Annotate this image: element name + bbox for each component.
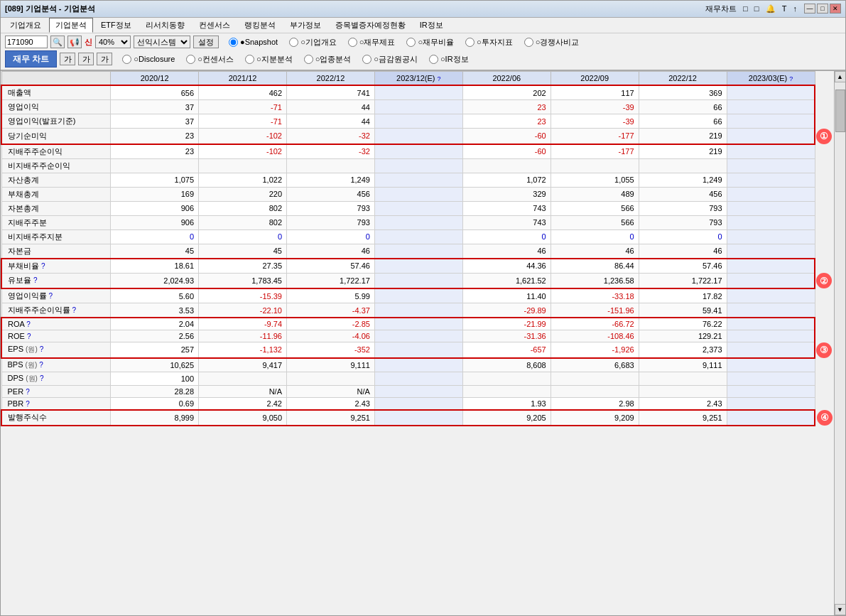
cell-value: 1,621.52 (462, 273, 551, 288)
cell-value (374, 114, 462, 129)
financial-chart-button[interactable]: 재무 차트 (5, 50, 57, 67)
cell-value: -352 (287, 342, 375, 358)
vertical-scrollbar[interactable]: ▲ ▼ (834, 71, 845, 615)
radio-fin-ratio-input[interactable] (406, 38, 416, 47)
cell-value: 462 (199, 85, 287, 100)
table-row: 지배주주순이익률 ?3.53-22.10-4.37-29.89-151.9659… (1, 303, 833, 318)
title-bar-extras: 재무차트 □ □ 🔔 T ↑ (705, 4, 797, 14)
menu-item-research[interactable]: 리서치동향 (139, 18, 191, 33)
cell-value (727, 358, 815, 372)
menu-item-ranking[interactable]: 랭킹분석 (238, 18, 282, 33)
radio-industry-input[interactable] (304, 55, 313, 64)
cell-value (727, 397, 815, 410)
radio-snapshot[interactable]: ●Snapshot (229, 38, 278, 47)
cell-value: -2.85 (287, 318, 375, 330)
table-row: ROA ?2.04-9.74-2.85-21.99-66.7276.22 (1, 318, 833, 330)
table-body: 매출액656462741202117369영업이익37-714423-3966영… (1, 85, 833, 426)
cell-value (727, 129, 815, 144)
radio-financial-input[interactable] (348, 38, 357, 47)
chart-btn3[interactable]: 가 (97, 53, 112, 65)
main-content: 2020/12 2021/12 2022/12 2023/12(E) ? 202… (1, 71, 845, 615)
radio-fss-label: ○금감원공시 (374, 54, 418, 65)
title-bar: [089] 기업분석 - 기업분석 재무차트 □ □ 🔔 T ↑ — □ ✕ (1, 1, 845, 18)
radio-fin-ratio[interactable]: ○재무비율 (406, 37, 454, 48)
radio-equity[interactable]: ○지분분석 (245, 54, 293, 65)
radio-competition[interactable]: ○경쟁사비교 (524, 37, 580, 48)
search-button[interactable]: 🔍 (50, 36, 65, 48)
radio-equity-input[interactable] (245, 55, 254, 64)
cell-value: 1,783.45 (199, 273, 287, 288)
chart-btn1[interactable]: 가 (60, 53, 75, 65)
menu-item-etf[interactable]: ETF정보 (94, 18, 138, 33)
radio-company[interactable]: ○기업개요 (289, 37, 337, 48)
cell-value: -66.72 (551, 318, 639, 330)
minimize-button[interactable]: — (804, 4, 815, 13)
speaker-button[interactable]: 📢 (67, 36, 82, 48)
radio-ir-input[interactable] (429, 55, 438, 64)
table-row: 당기순미익23-102-32-60-177219① (1, 129, 833, 144)
radio-consensus-input[interactable] (186, 55, 195, 64)
cell-value (727, 158, 815, 173)
menu-item-ir[interactable]: IR정보 (413, 18, 450, 33)
row-label: DPS (원) ? (1, 372, 111, 385)
title-bar-buttons: 재무차트 □ □ 🔔 T ↑ — □ ✕ (705, 4, 841, 14)
radio-disclosure[interactable]: ○Disclosure (122, 55, 175, 64)
toolbar-row2: 재무 차트 가 가 가 ○Disclosure ○컨센서스 ○지분분석 (5, 50, 841, 67)
radio-disclosure-input[interactable] (122, 55, 131, 64)
radio-invest-input[interactable] (465, 38, 474, 47)
radio-industry[interactable]: ○업종분석 (304, 54, 352, 65)
radio-fss-input[interactable] (362, 55, 372, 64)
cell-value: 57.46 (639, 259, 727, 274)
cell-value (462, 385, 551, 397)
cell-value: 66 (639, 100, 727, 114)
table-row: 유보율 ?2,024.931,783.451,722.171,621.521,2… (1, 273, 833, 288)
scroll-up-button[interactable]: ▲ (835, 71, 846, 82)
radio-consensus[interactable]: ○컨센서스 (186, 54, 234, 65)
radio-snapshot-input[interactable] (229, 38, 238, 47)
settings-button[interactable]: 설정 (193, 36, 219, 48)
maximize-button[interactable]: □ (817, 4, 828, 13)
cell-value: 129.21 (639, 330, 727, 342)
menu-item-stock-rights[interactable]: 증목별증자예정현황 (329, 18, 412, 33)
header-2021: 2021/12 (199, 72, 287, 86)
radio-ir[interactable]: ○IR정보 (429, 54, 469, 65)
scroll-thumb[interactable] (835, 90, 845, 132)
cell-value: 9,209 (551, 410, 639, 426)
row-label: 자본총계 (1, 201, 111, 215)
cell-value: 9,205 (462, 410, 551, 426)
radio-fss[interactable]: ○금감원공시 (362, 54, 418, 65)
close-button[interactable]: ✕ (830, 4, 841, 13)
radio-competition-input[interactable] (524, 38, 533, 47)
scroll-down-button[interactable]: ▼ (835, 604, 846, 615)
radio-financial[interactable]: ○재무제표 (348, 37, 396, 48)
system-select[interactable]: 선익시스템 (134, 36, 190, 48)
menu-item-consensus[interactable]: 컨센서스 (192, 18, 237, 33)
table-container[interactable]: 2020/12 2021/12 2022/12 2023/12(E) ? 202… (1, 71, 834, 615)
table-row: 부채비율 ?18.6127.3557.4644.3686.4457.46 (1, 259, 833, 274)
radio-company-input[interactable] (289, 38, 298, 47)
table-header-row: 2020/12 2021/12 2022/12 2023/12(E) ? 202… (1, 72, 833, 86)
radio-invest[interactable]: ○투자지표 (465, 37, 513, 48)
cell-value (727, 273, 815, 288)
cell-value (727, 385, 815, 397)
cell-value: 566 (551, 215, 639, 229)
radio-group-row2: ○Disclosure ○컨센서스 ○지분분석 ○업종분석 ○금감원공시 (122, 54, 468, 65)
table-row: 영업이익37-714423-3966 (1, 100, 833, 114)
stock-code-input[interactable] (5, 36, 48, 48)
spacer-cell (815, 244, 833, 259)
row-label: 지배주주순이익 (1, 144, 111, 159)
menu-item-company-analysis[interactable]: 기업분석 (49, 18, 93, 33)
spacer-cell (815, 114, 833, 129)
header-202212: 2022/12 (639, 72, 727, 86)
scroll-track[interactable] (835, 82, 845, 604)
menu-item-extra[interactable]: 부가정보 (283, 18, 327, 33)
chart-btn2[interactable]: 가 (78, 53, 94, 65)
row-label: 영업이익률 ? (1, 288, 111, 303)
cell-value: 44 (287, 114, 375, 129)
cell-value: 46 (287, 244, 375, 259)
menu-item-company-overview[interactable]: 기업개요 (4, 18, 48, 33)
zoom-select[interactable]: 40%60%80%100% (95, 36, 131, 48)
spacer-cell (815, 330, 833, 342)
cell-value (374, 85, 462, 100)
row-label: 영업이익 (1, 100, 111, 114)
